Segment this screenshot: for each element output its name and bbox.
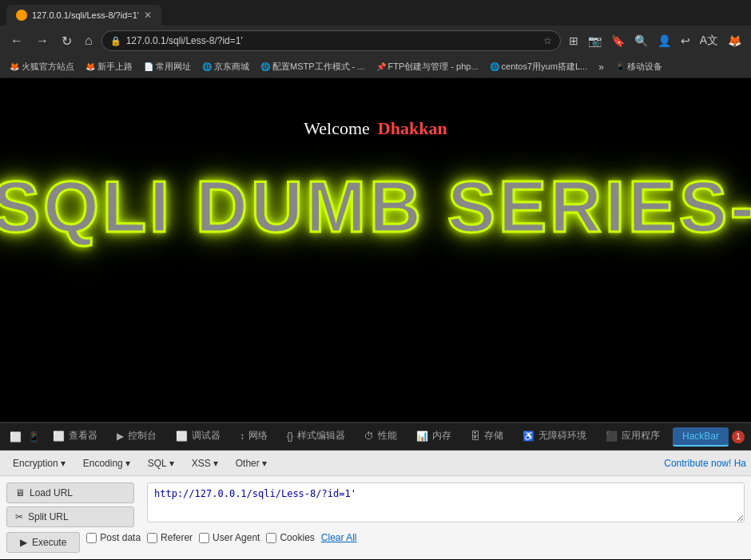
address-bar[interactable]: 🔒 127.0.0.1/sqli/Less-8/?id=1' ☆ [101,30,561,51]
hackbar-post-area: Post data Referer User Agent Cookies Cle… [86,532,745,543]
storage-label: 存储 [484,429,503,443]
accessibility-icon: ♿ [523,431,534,442]
bookmark-jd-label: 京东商城 [214,61,249,73]
back-button[interactable]: ← [6,32,27,50]
menu-encoding[interactable]: Encoding ▾ [75,455,138,472]
network-label: 网络 [248,429,268,443]
bookmark-jd[interactable]: 🌐 京东商城 [197,59,254,74]
firefox-icon[interactable]: 🦊 [725,33,745,49]
devtools-bar: ⬜ 📱 ⬜ 查看器 ▶ 控制台 ⬜ 调试器 ↕ 网络 {} 样式编辑器 ⏱ 性能… [0,422,751,451]
console-icon: ▶ [117,431,124,442]
bookmark-jd-icon: 🌐 [202,62,212,71]
user-agent-checkbox-item[interactable]: User Agent [199,532,260,543]
star-icon[interactable]: ☆ [543,35,552,46]
bookmark-mstp-icon: 🌐 [260,62,270,71]
screenshot-icon[interactable]: 📷 [585,33,605,49]
application-icon: ⬛ [606,431,618,442]
memory-label: 内存 [432,429,451,443]
refresh-button[interactable]: ↻ [58,32,76,50]
main-content: Welcome Dhakkan SQLI DUMB SERIES- [0,78,751,422]
forward-button[interactable]: → [32,32,53,50]
tab-console[interactable]: ▶ 控制台 [107,424,166,449]
address-text: 127.0.0.1/sqli/Less-8/?id=1' [126,35,538,46]
bookmark-icon[interactable]: 🔖 [608,33,628,49]
user-agent-checkbox[interactable] [199,533,209,543]
tab-performance[interactable]: ⏱ 性能 [355,424,407,449]
encoding-label: Encoding [83,458,123,469]
inspector-icon: ⬜ [53,431,65,442]
debugger-icon: ⬜ [176,431,188,442]
bookmark-newbie[interactable]: 🦊 新手上路 [81,59,137,74]
tab-network[interactable]: ↕ 网络 [230,424,277,449]
tab-hackbar[interactable]: HackBar [673,427,729,447]
menu-sql[interactable]: SQL ▾ [140,455,182,472]
sql-arrow: ▾ [169,458,174,469]
tab-accessibility[interactable]: ♿ 无障碍环境 [513,424,596,449]
error-count: 1 [736,432,741,441]
nav-icons-right: ⊞ 📷 🔖 🔍 👤 ↩ A文 🦊 [566,32,745,50]
welcome-area: Welcome Dhakkan [304,118,447,139]
memory-icon: 📊 [416,431,428,442]
hackbar-url-input[interactable] [147,483,745,522]
load-url-icon: 🖥 [15,487,25,498]
tab-memory[interactable]: 📊 内存 [407,424,461,449]
bookmark-ftp[interactable]: 📌 FTP创建与管理 - php... [372,59,483,74]
style-editor-label: 样式编辑器 [297,429,345,443]
cookies-checkbox-item[interactable]: Cookies [266,532,314,543]
execute-button[interactable]: ▶ Execute [6,532,80,553]
tab-application[interactable]: ⬛ 应用程序 [596,424,670,449]
menu-other[interactable]: Other ▾ [228,455,275,472]
lock-icon: 🔒 [110,36,121,46]
bookmark-websites[interactable]: 📄 常用网址 [139,59,196,74]
bookmark-ftp-icon: 📌 [376,62,386,71]
tab-inspector[interactable]: ⬜ 查看器 [43,424,107,449]
execute-label: Execute [32,537,66,548]
user-agent-label: User Agent [213,532,260,543]
cookies-label: Cookies [280,532,314,543]
menu-xss[interactable]: XSS ▾ [184,455,226,472]
split-url-button[interactable]: ✂ Split URL [6,506,134,527]
bookmark-mstp-label: 配置MSTP工作模式 - ... [272,61,365,73]
translate-icon[interactable]: A文 [697,32,721,50]
post-data-checkbox-item[interactable]: Post data [86,532,141,543]
other-arrow: ▾ [262,458,267,469]
tab-style-editor[interactable]: {} 样式编辑器 [277,424,355,449]
referer-label: Referer [161,532,193,543]
referer-checkbox-item[interactable]: Referer [147,532,193,543]
referer-checkbox[interactable] [147,533,157,543]
execute-icon: ▶ [20,537,27,548]
load-url-button[interactable]: 🖥 Load URL [6,483,134,503]
welcome-text: Welcome [304,118,370,139]
hackbar-row-2: ▶ Execute Post data Referer User Agent [6,532,745,553]
user-icon[interactable]: 👤 [654,33,674,49]
back-icon2[interactable]: ↩ [677,33,693,49]
bookmarks-bar: 🦊 火狐官方站点 🦊 新手上路 📄 常用网址 🌐 京东商城 🌐 配置MSTP工作… [0,56,751,78]
inspector-pick-icon[interactable]: ⬜ [6,430,25,444]
contribute-link[interactable]: Contribute now! Ha [664,458,746,469]
bookmark-centos[interactable]: 🌐 centos7用yum搭建L... [485,59,593,74]
other-label: Other [236,458,260,469]
extensions-icon[interactable]: ⊞ [566,33,582,49]
tab-storage[interactable]: 🗄 存储 [461,424,513,449]
menu-encryption[interactable]: Encryption ▾ [5,455,74,472]
load-url-label: Load URL [30,487,73,498]
cookies-checkbox[interactable] [266,533,276,543]
encryption-arrow: ▾ [61,458,66,469]
hackbar-buttons: 🖥 Load URL ✂ Split URL [6,483,134,527]
bookmark-websites-icon: 📄 [144,62,153,71]
clear-all-link[interactable]: Clear All [321,532,357,543]
xss-arrow: ▾ [213,458,218,469]
search-icon[interactable]: 🔍 [631,33,651,49]
home-button[interactable]: ⌂ [81,32,97,50]
style-editor-icon: {} [287,431,293,442]
post-data-checkbox[interactable] [86,533,97,543]
active-tab[interactable]: 127.0.0.1/sqli/Less-8/?id=1' ✕ [6,5,161,26]
bookmark-mstp[interactable]: 🌐 配置MSTP工作模式 - ... [256,59,370,74]
bookmark-firefox[interactable]: 🦊 火狐官方站点 [5,59,79,74]
bookmark-mobile[interactable]: 📱 移动设备 [610,59,667,74]
debugger-label: 调试器 [192,429,221,443]
responsive-design-icon[interactable]: 📱 [25,430,43,444]
bookmarks-more-btn[interactable]: » [594,60,609,74]
tab-close-btn[interactable]: ✕ [144,10,152,21]
tab-debugger[interactable]: ⬜ 调试器 [166,424,230,449]
